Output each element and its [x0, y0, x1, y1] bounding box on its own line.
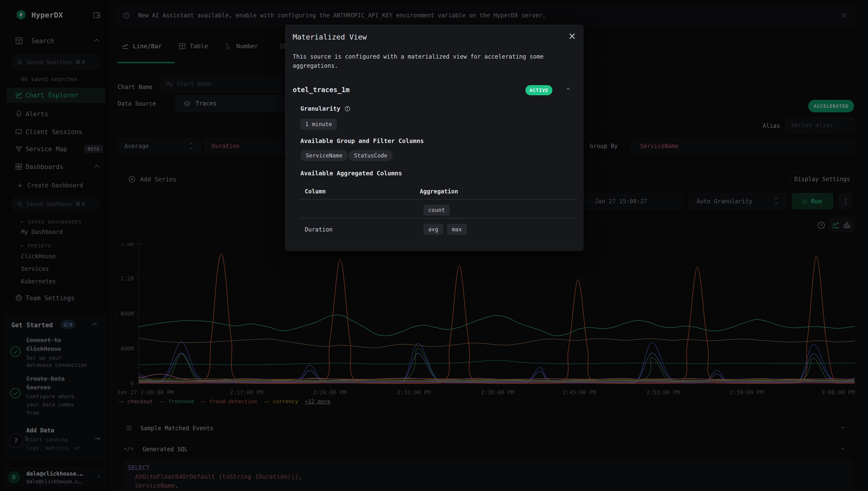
status-badge: ACTIVE — [526, 85, 552, 95]
aggregated-heading: Available Aggregated Columns — [300, 170, 402, 177]
table-row: count — [305, 203, 576, 218]
table-row: Duration avg max — [305, 221, 576, 239]
table-aggregation-header: Aggregation — [420, 188, 458, 195]
table-column-header: Column — [305, 188, 326, 195]
aggregation-chip-avg: avg — [423, 224, 443, 235]
table-cell-column: Duration — [305, 226, 333, 233]
hyperdx-app: HyperDX Search ⌘ K No saved searches Cha… — [0, 0, 868, 491]
granularity-heading-row: Granularity — [300, 105, 351, 112]
granularity-chip: 1 minute — [300, 119, 337, 130]
table-divider — [300, 218, 576, 219]
view-name: otel_traces_1m — [293, 86, 350, 94]
granularity-heading: Granularity — [300, 105, 340, 112]
table-divider — [300, 199, 576, 200]
modal-bottom-divider — [293, 243, 576, 243]
modal-description: This source is configured with a materia… — [293, 52, 551, 70]
view-collapse-chevron-icon[interactable] — [567, 88, 570, 91]
modal-close-icon[interactable]: × — [568, 30, 576, 41]
modal-title: Materialized View — [293, 33, 367, 41]
group-filter-chip-servicename: ServiceName — [300, 150, 348, 161]
materialized-view-modal: Materialized View × This source is confi… — [285, 25, 583, 251]
group-filter-chip-statuscode: StatusCode — [349, 150, 392, 161]
aggregation-chip-count: count — [423, 204, 450, 215]
info-icon — [344, 106, 351, 112]
group-filter-heading: Available Group and Filter Columns — [300, 138, 424, 144]
aggregation-chip-max: max — [447, 224, 467, 235]
